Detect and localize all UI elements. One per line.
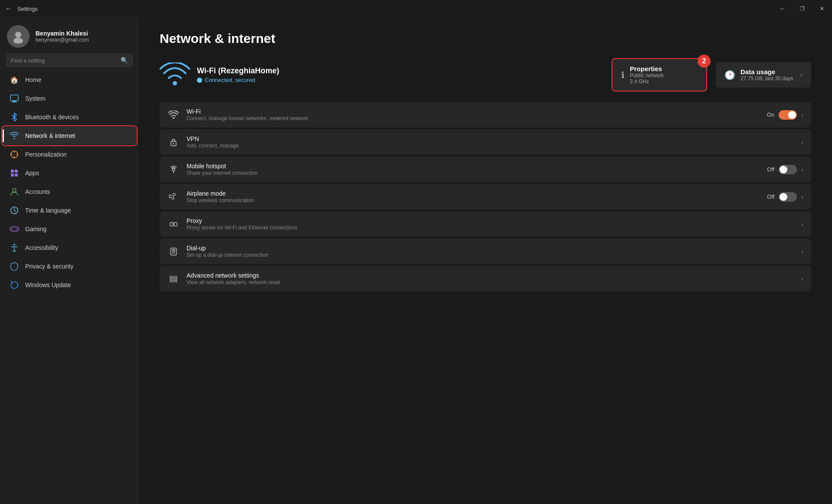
sidebar-item-privacy-label: Privacy & security	[25, 263, 73, 270]
data-usage-card[interactable]: 🕐 Data usage 27.75 GB, last 30 days ›	[716, 62, 811, 88]
main-content: Network & internet Wi-Fi (RezeghiaHome)	[139, 17, 832, 504]
sidebar-item-accessibility[interactable]: Accessibility	[3, 239, 136, 257]
sidebar-item-personalization[interactable]: Personalization	[3, 145, 136, 164]
svg-point-25	[172, 250, 173, 251]
setting-right-proxy: ›	[801, 221, 803, 228]
close-button[interactable]: ✕	[812, 0, 832, 17]
proxy-desc: Proxy server for Wi-Fi and Ethernet conn…	[187, 225, 297, 231]
advanced-desc: View all network adapters, network reset	[187, 279, 280, 285]
sidebar-item-time[interactable]: Time & language	[3, 201, 136, 219]
network-status-card: Wi-Fi (RezeghiaHome) Connected, secured	[160, 62, 279, 88]
svg-rect-21	[170, 223, 173, 226]
user-info: Benyamin Khalesi benymean@gmail.com	[36, 30, 89, 43]
user-profile[interactable]: Benyamin Khalesi benymean@gmail.com	[0, 17, 139, 54]
advanced-chevron: ›	[801, 275, 803, 282]
airplane-title: Airplane mode	[187, 190, 254, 197]
vpn-setting-icon	[167, 136, 180, 148]
hotspot-desc: Share your internet connection	[187, 170, 257, 176]
svg-point-18	[173, 143, 174, 144]
maximize-button[interactable]: ❐	[792, 0, 812, 17]
sidebar-item-gaming[interactable]: Gaming	[3, 220, 136, 238]
user-email: benymean@gmail.com	[36, 37, 89, 43]
vpn-title: VPN	[187, 135, 239, 142]
properties-sub2: 2.4 GHz	[630, 79, 664, 85]
svg-point-14	[13, 244, 15, 245]
wifi-chevron: ›	[801, 111, 803, 118]
accessibility-icon	[10, 243, 19, 252]
sidebar-item-home-label: Home	[25, 76, 41, 83]
advanced-title: Advanced network settings	[187, 272, 280, 279]
svg-rect-7	[11, 173, 14, 177]
toggle-thumb-hotspot	[780, 166, 787, 173]
svg-point-1	[13, 38, 23, 43]
system-icon	[10, 94, 19, 103]
svg-point-28	[172, 252, 173, 253]
sidebar-item-accounts[interactable]: Accounts	[3, 183, 136, 201]
sidebar: Benyamin Khalesi benymean@gmail.com 🔍 🏠 …	[0, 17, 139, 504]
sidebar-item-apps-label: Apps	[25, 170, 39, 177]
wifi-desc: Connect, manage known networks, metered …	[187, 115, 308, 121]
airplane-toggle[interactable]	[779, 192, 797, 202]
setting-row-hotspot[interactable]: Mobile hotspot Share your internet conne…	[160, 157, 811, 182]
sidebar-item-privacy[interactable]: Privacy & security	[3, 257, 136, 275]
svg-rect-31	[172, 249, 175, 250]
page-title: Network & internet	[160, 31, 811, 46]
properties-sub1: Public network	[630, 72, 664, 79]
advanced-setting-icon	[167, 273, 180, 285]
hotspot-toggle[interactable]	[779, 165, 797, 174]
sidebar-nav: 🏠 Home System B	[0, 70, 139, 295]
airplane-chevron: ›	[801, 193, 803, 200]
proxy-title: Proxy	[187, 217, 297, 224]
sidebar-item-bluetooth[interactable]: Bluetooth & devices	[3, 108, 136, 126]
svg-rect-5	[11, 170, 14, 173]
wifi-toggle[interactable]	[779, 110, 797, 120]
svg-point-13	[16, 229, 17, 230]
wifi-setting-icon	[167, 109, 180, 121]
sidebar-item-system[interactable]: System	[3, 89, 136, 108]
setting-row-proxy[interactable]: Proxy Proxy server for Wi-Fi and Etherne…	[160, 211, 811, 237]
setting-row-vpn[interactable]: VPN Add, connect, manage ›	[160, 129, 811, 155]
setting-right-airplane: Off ›	[767, 192, 803, 202]
sidebar-item-update-label: Windows Update	[25, 281, 71, 288]
sidebar-item-network[interactable]: Network & internet	[3, 127, 136, 145]
search-input[interactable]	[11, 57, 117, 64]
setting-left-airplane: Airplane mode Stop wireless communicatio…	[167, 190, 254, 203]
airplane-status-text: Off	[767, 193, 774, 200]
hotspot-status-text: Off	[767, 166, 774, 173]
apps-icon	[10, 168, 19, 178]
data-usage-icon: 🕐	[724, 70, 735, 80]
properties-label: Properties	[630, 65, 664, 72]
setting-row-airplane[interactable]: Airplane mode Stop wireless communicatio…	[160, 184, 811, 209]
setting-right-vpn: ›	[801, 139, 803, 146]
setting-row-advanced[interactable]: Advanced network settings View all netwo…	[160, 266, 811, 291]
dialup-desc: Set up a dial-up internet connection	[187, 252, 269, 258]
setting-left-vpn: VPN Add, connect, manage	[167, 135, 239, 149]
minimize-button[interactable]: ─	[772, 0, 792, 17]
home-icon: 🏠	[10, 75, 19, 85]
svg-rect-11	[10, 227, 19, 231]
svg-point-15	[173, 81, 177, 85]
svg-point-27	[174, 250, 175, 251]
sidebar-item-apps[interactable]: Apps	[3, 164, 136, 182]
setting-row-wifi[interactable]: Wi-Fi Connect, manage known networks, me…	[160, 102, 811, 128]
hotspot-chevron: ›	[801, 166, 803, 173]
sidebar-item-home[interactable]: 🏠 Home	[3, 71, 136, 89]
setting-left-wifi: Wi-Fi Connect, manage known networks, me…	[167, 108, 308, 121]
app-body: Benyamin Khalesi benymean@gmail.com 🔍 🏠 …	[0, 17, 832, 504]
back-icon[interactable]: ←	[5, 5, 12, 13]
data-usage-chevron: ›	[800, 71, 803, 79]
toggle-thumb-airplane	[780, 193, 787, 201]
hotspot-setting-icon	[167, 164, 180, 176]
dialup-setting-icon	[167, 245, 180, 258]
connected-dot	[197, 78, 202, 83]
setting-row-dialup[interactable]: Dial-up Set up a dial-up internet connec…	[160, 239, 811, 264]
time-icon	[10, 206, 19, 215]
setting-right-wifi: On ›	[767, 110, 803, 120]
toggle-thumb	[788, 111, 796, 119]
svg-point-0	[15, 32, 21, 38]
sidebar-item-accounts-label: Accounts	[25, 188, 50, 195]
properties-card[interactable]: ℹ Properties Public network 2.4 GHz 2	[612, 58, 707, 92]
sidebar-item-update[interactable]: Windows Update	[3, 276, 136, 294]
setting-left-hotspot: Mobile hotspot Share your internet conne…	[167, 163, 257, 176]
svg-rect-33	[170, 278, 177, 280]
